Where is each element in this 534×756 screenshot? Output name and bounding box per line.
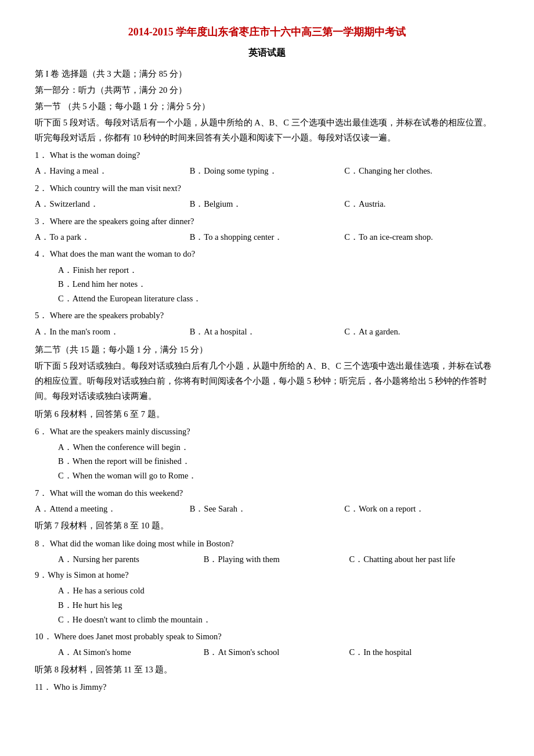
- page-container: 2014-2015 学年度山东省枣庄市十六中高三第一学期期中考试 英语试题 第 …: [35, 23, 499, 694]
- q6-optB: B．When the report will be finished．: [58, 454, 499, 469]
- q1-options: A．Having a meal． B．Doing some typing． C．…: [35, 164, 499, 178]
- q9-options: A．He has a serious cold B．He hurt his le…: [58, 584, 499, 627]
- q10-optB: B．At Simon's school: [204, 645, 349, 660]
- q2-optB: B．Belgium．: [190, 197, 345, 211]
- material3-header: 听第 8 段材料，回答第 11 至 13 题。: [35, 662, 499, 677]
- q10-optA: A．At Simon's home: [58, 645, 204, 660]
- q5-options: A．In the man's room． B．At a hospital． C．…: [35, 325, 499, 339]
- section2-instruction: 听下面 5 段对话或独白。每段对话或独白后有几个小题，从题中所给的 A、B、C …: [35, 358, 499, 404]
- q6-optC: C．When the woman will go to Rome．: [58, 469, 499, 483]
- q3-optC: C．To an ice-cream shop.: [344, 230, 499, 244]
- section2-header: 第二节（共 15 题；每小题 1 分，满分 15 分）: [35, 342, 499, 357]
- q4-optC: C．Attend the European literature class．: [58, 291, 499, 306]
- q6-options: A．When the conference will begin． B．When…: [58, 440, 499, 483]
- q2-optA: A．Switzerland．: [35, 197, 190, 211]
- q2-optC: C．Austria.: [344, 197, 499, 211]
- q10-text: 10． Where does Janet most probably speak…: [35, 629, 499, 644]
- q7-optA: A．Attend a meeting．: [35, 502, 190, 516]
- q8-optB: B．Playing with them: [204, 552, 349, 567]
- q5-optB: B．At a hospital．: [190, 325, 345, 339]
- q5-optC: C．At a garden.: [344, 325, 499, 339]
- q8-text: 8． What did the woman like doing most wh…: [35, 536, 499, 551]
- q3-optA: A．To a park．: [35, 230, 190, 244]
- q6-text: 6． What are the speakers mainly discussi…: [35, 424, 499, 439]
- q10-optC: C．In the hospital: [349, 645, 499, 660]
- q7-options: A．Attend a meeting． B．See Sarah． C．Work …: [35, 502, 499, 516]
- q4-optB: B．Lend him her notes．: [58, 277, 499, 291]
- q4-text: 4． What does the man want the woman to d…: [35, 246, 499, 261]
- q8-optC: C．Chatting about her past life: [349, 552, 499, 567]
- q1-text: 1． What is the woman doing?: [35, 147, 499, 163]
- q9-text: 9．Why is Simon at home?: [35, 567, 499, 582]
- section1-header2: 第一部分：听力（共两节，满分 20 分）: [35, 82, 499, 98]
- section1-header3: 第一节 （共 5 小题；每小题 1 分；满分 5 分）: [35, 99, 499, 114]
- section1-instruction: 听下面 5 段对话。每段对话后有一个小题，从题中所给的 A、B、C 三个选项中选…: [35, 115, 499, 145]
- q4-optA: A．Finish her report．: [58, 263, 499, 278]
- q7-optB: B．See Sarah．: [190, 502, 345, 516]
- q8-optA: A．Nursing her parents: [58, 552, 204, 567]
- q10-options: A．At Simon's home B．At Simon's school C．…: [58, 645, 499, 660]
- q6-optA: A．When the conference will begin．: [58, 440, 499, 455]
- q2-options: A．Switzerland． B．Belgium． C．Austria.: [35, 197, 499, 211]
- q1-optA: A．Having a meal．: [35, 164, 190, 178]
- q2-text: 2． Which country will the man visit next…: [35, 181, 499, 196]
- sub-title: 英语试题: [35, 45, 499, 60]
- q1-optC: C．Changing her clothes.: [344, 164, 499, 178]
- q3-text: 3． Where are the speakers going after di…: [35, 214, 499, 229]
- section1-header1: 第 I 卷 选择题（共 3 大题；满分 85 分）: [35, 66, 499, 81]
- q1-optB: B．Doing some typing．: [190, 164, 345, 178]
- q5-text: 5． Where are the speakers probably?: [35, 308, 499, 323]
- q3-optB: B．To a shopping center．: [190, 230, 345, 244]
- main-title: 2014-2015 学年度山东省枣庄市十六中高三第一学期期中考试: [35, 23, 499, 41]
- q9-optC: C．He doesn't want to climb the mountain．: [58, 613, 499, 627]
- material2-header: 听第 7 段材料，回答第 8 至 10 题。: [35, 518, 499, 533]
- q8-options: A．Nursing her parents B．Playing with the…: [58, 552, 499, 567]
- q11-text: 11． Who is Jimmy?: [35, 679, 499, 694]
- q9-optB: B．He hurt his leg: [58, 598, 499, 613]
- q7-text: 7． What will the woman do this weekend?: [35, 485, 499, 501]
- q7-optC: C．Work on a report．: [344, 502, 499, 516]
- q3-options: A．To a park． B．To a shopping center． C．T…: [35, 230, 499, 244]
- q5-optA: A．In the man's room．: [35, 325, 190, 339]
- material1-header: 听第 6 段材料，回答第 6 至 7 题。: [35, 406, 499, 422]
- q4-options: A．Finish her report． B．Lend him her note…: [58, 263, 499, 306]
- q9-optA: A．He has a serious cold: [58, 584, 499, 598]
